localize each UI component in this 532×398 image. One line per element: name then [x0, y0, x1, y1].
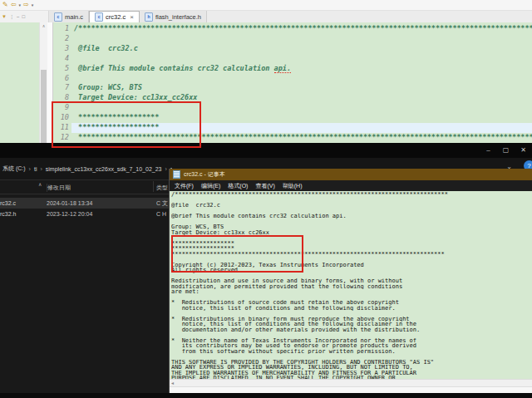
line-number: 4	[53, 54, 71, 64]
code-text: Group: WCS, BTS	[71, 83, 532, 93]
bottom-edge	[0, 393, 532, 398]
filter-icon[interactable]: ▼	[2, 12, 7, 22]
menu-item[interactable]: 格式(O)	[228, 182, 248, 190]
line-number: 5	[53, 64, 71, 74]
edit-icon[interactable]: ✎	[2, 1, 8, 9]
file-date: 2023-12-12 20:04	[47, 211, 156, 217]
minimize-view-icon[interactable]: −	[17, 12, 20, 22]
tab-label: main.c	[65, 13, 83, 21]
editor-line: 3 @file crc32.c	[53, 44, 532, 54]
editor-line: 6	[53, 74, 532, 84]
table-row[interactable]: rc32.h2023-12-12 20:04C H	[0, 209, 169, 219]
line-number: 6	[53, 74, 71, 84]
close-button[interactable]: ✕	[515, 143, 532, 158]
line-number: 3	[53, 44, 71, 54]
breadcrumb-item[interactable]: simplelink_cc13xx_cc26xx_sdk_7_10_02_23	[46, 166, 162, 172]
column-type[interactable]: 类型	[156, 184, 168, 192]
notepad-text-area[interactable]: /***************************************…	[170, 191, 532, 380]
forward-dropdown-icon[interactable]: ▾	[32, 1, 34, 9]
annotation-rect-notepad	[171, 235, 303, 273]
code-text	[71, 54, 532, 64]
notepad-title-bar[interactable]: crc32.c - 记事本	[170, 169, 532, 180]
line-number: 7	[53, 83, 71, 93]
forward-icon[interactable]: ⇨	[23, 1, 29, 9]
column-divider[interactable]	[153, 181, 154, 192]
editor-line: 7 Group: WCS, BTS	[53, 83, 532, 93]
menu-item[interactable]: 编辑(E)	[201, 182, 220, 190]
breadcrumb: 系统 (C:)›ti›simplelink_cc13xx_cc26xx_sdk_…	[2, 165, 172, 173]
breadcrumb-separator: ›	[40, 166, 42, 172]
back-dropdown-icon[interactable]: ▾	[18, 1, 21, 9]
table-row[interactable]: rc32.c2024-01-18 13:34C 文	[0, 198, 169, 209]
file-icon: c	[95, 12, 103, 22]
close-tab-icon[interactable]: ×	[130, 13, 134, 21]
breadcrumb-separator: ›	[165, 166, 167, 172]
file-list-header: ∧ 修改日期 类型	[0, 179, 169, 194]
editor-tabs: cmain.cccrc32.c×hflash_interface.h	[49, 11, 207, 22]
editor-line: 2	[53, 34, 532, 44]
editor-line: 5 @brief This module contains crc32 calc…	[53, 64, 532, 74]
file-name: rc32.c	[0, 200, 47, 206]
side-panel-scrollbar[interactable]: ∧	[39, 22, 47, 143]
code-text	[71, 34, 532, 44]
link-with-editor-icon[interactable]: ⋮	[9, 12, 14, 22]
screen: ✎ ⇦ ▾ ⇨ ▾ ▼ ⋮ − □ cmain.cccrc32.c×hflash…	[0, 0, 532, 398]
tab-crc32.c[interactable]: ccrc32.c×	[89, 11, 140, 22]
ide-toolbar: ✎ ⇦ ▾ ⇨ ▾	[0, 0, 532, 11]
editor-line: 4	[53, 54, 532, 64]
file-type: C 文	[156, 199, 169, 208]
maximize-button[interactable]: ▢	[497, 143, 515, 158]
scroll-up-icon[interactable]: ∧	[40, 23, 47, 28]
code-text	[71, 74, 532, 84]
window-controls: – ▢ ✕	[480, 143, 532, 158]
notepad-title: crc32.c - 记事本	[184, 170, 225, 179]
maximize-view-icon[interactable]: □	[22, 12, 25, 22]
menu-item[interactable]: 帮助(H)	[283, 182, 303, 190]
scroll-left-icon[interactable]: ◂	[171, 381, 174, 386]
breadcrumb-separator: ›	[29, 166, 31, 172]
line-number: 2	[53, 34, 71, 44]
breadcrumb-item[interactable]: 系统 (C:)	[2, 165, 26, 173]
file-list: rc32.c2024-01-18 13:34C 文rc32.h2023-12-1…	[0, 198, 169, 219]
spellcheck-underline: api.	[274, 64, 291, 73]
panel-toolbar: ▼ ⋮ − □	[0, 11, 49, 22]
file-date: 2024-01-18 13:34	[47, 200, 156, 206]
menu-item[interactable]: 文件(F)	[175, 182, 194, 190]
tab-flash_interface.h[interactable]: hflash_interface.h	[140, 11, 207, 22]
tab-main.c[interactable]: cmain.c	[49, 11, 89, 22]
file-icon: c	[54, 12, 62, 22]
editor-line: 1/**************************************…	[53, 24, 532, 34]
side-panel	[0, 22, 39, 143]
line-number: 1	[53, 24, 71, 34]
ide-tab-row: ▼ ⋮ − □ cmain.cccrc32.c×hflash_interface…	[0, 11, 532, 23]
file-type: C H	[156, 211, 169, 217]
annotation-rect-editor	[52, 101, 201, 148]
breadcrumb-item[interactable]: ti	[34, 166, 37, 172]
file-name: rc32.h	[0, 211, 47, 217]
code-text: @brief This module contains crc32 calcul…	[71, 64, 532, 74]
code-text: /***************************************…	[71, 24, 532, 34]
file-icon: h	[145, 12, 153, 22]
minimize-button[interactable]: –	[480, 143, 497, 158]
column-date-modified[interactable]: 修改日期	[47, 184, 71, 192]
tab-label: flash_interface.h	[155, 13, 201, 21]
menu-item[interactable]: 查看(V)	[255, 182, 274, 190]
code-text: @file crc32.c	[71, 44, 532, 54]
notepad-window: crc32.c - 记事本 文件(F)编辑(E)格式(O)查看(V)帮助(H) …	[169, 169, 532, 398]
tab-label: crc32.c	[106, 13, 126, 21]
scrollbar-thumb[interactable]	[41, 70, 47, 143]
notepad-menu-bar: 文件(F)编辑(E)格式(O)查看(V)帮助(H)	[170, 180, 532, 191]
sort-arrow-icon[interactable]: ∧	[38, 181, 42, 187]
back-icon[interactable]: ⇦	[11, 1, 17, 9]
notepad-icon	[173, 170, 180, 179]
